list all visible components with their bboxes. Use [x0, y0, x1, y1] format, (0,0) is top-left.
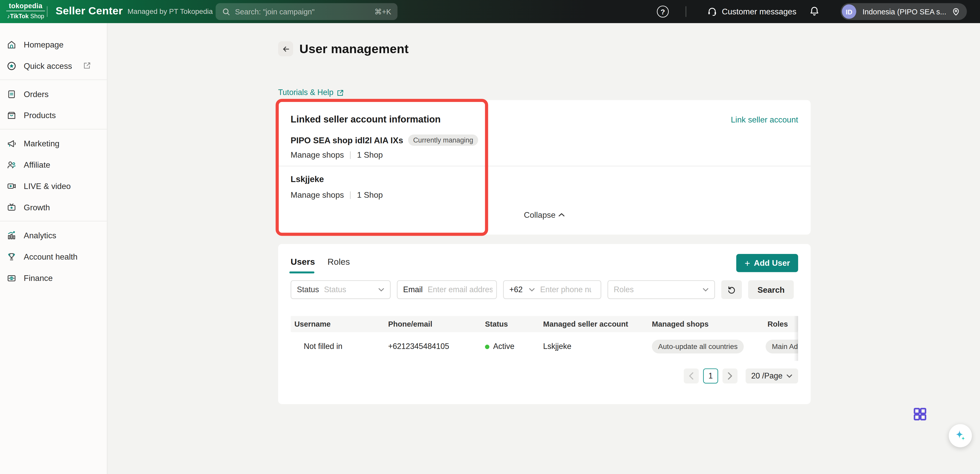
chevron-down-icon: [529, 288, 535, 292]
sidebar-item-analytics[interactable]: Analytics: [0, 225, 107, 246]
sidebar-item-label: Affiliate: [24, 160, 50, 169]
bell-icon: [809, 6, 820, 17]
affiliate-people-icon: [6, 159, 17, 170]
roles-filter-select[interactable]: Roles: [608, 280, 715, 299]
customer-messages-button[interactable]: Customer messages: [707, 0, 796, 23]
seller-center-app: tokopedia ♪TikTok Shop Seller Center Man…: [0, 0, 980, 474]
search-shortcut: ⌘+K: [374, 7, 391, 16]
separator: [350, 151, 351, 158]
sidebar-item-label: Homepage: [24, 40, 64, 49]
cell-phone: +6212345484105: [388, 332, 449, 361]
back-button[interactable]: [278, 41, 293, 56]
sidebar-item-orders[interactable]: Orders: [0, 83, 107, 104]
sidebar-item-label: Finance: [24, 273, 53, 282]
status-filter-placeholder: Status: [324, 285, 346, 294]
main-content: User management Tutorials & Help Owner a…: [108, 23, 980, 474]
search-filters-button[interactable]: Search: [748, 280, 794, 299]
roles-pill: Main Admin: [765, 340, 798, 354]
location-pin-icon: [951, 7, 961, 16]
edit-quick-access-icon[interactable]: [83, 61, 91, 70]
search-input[interactable]: [235, 7, 374, 16]
status-filter-select[interactable]: Status Status: [291, 280, 391, 299]
sidebar-item-live-video[interactable]: LIVE & video: [0, 175, 107, 196]
col-status: Status: [485, 316, 508, 332]
manage-shops-label[interactable]: Manage shops: [291, 190, 344, 200]
collapse-toggle[interactable]: Collapse: [278, 210, 811, 220]
sidebar-item-homepage[interactable]: Homepage: [0, 34, 107, 55]
ai-assistant-fab[interactable]: [949, 424, 972, 447]
sidebar-group-divider: [0, 129, 107, 129]
sidebar-item-finance[interactable]: Finance: [0, 267, 107, 288]
sidebar-item-label: Account health: [24, 252, 78, 262]
notifications-bell-button[interactable]: [809, 6, 820, 19]
page-title: User management: [299, 41, 409, 56]
tutorials-help-link[interactable]: Tutorials & Help: [278, 88, 345, 97]
managed-shops-pill: Auto-update all countries: [652, 340, 744, 354]
account-region-switcher[interactable]: ID Indonesia (PIPO SEA s...: [841, 3, 967, 20]
plus-icon: +: [745, 258, 750, 268]
chevron-right-icon: [727, 372, 732, 380]
sidebar-item-quick-access[interactable]: Quick access: [0, 55, 107, 76]
external-link-icon: [337, 89, 345, 97]
cell-roles: Main Admin: [765, 332, 798, 361]
tv-star-icon: [6, 202, 17, 212]
manage-shops-row: Manage shops 1 Shop: [291, 190, 383, 200]
status-active-dot: [485, 344, 490, 349]
video-camera-icon: [6, 180, 17, 191]
page-size-select[interactable]: 20 /Page: [746, 369, 798, 383]
link-seller-account-link[interactable]: Link seller account: [731, 115, 798, 124]
add-user-button[interactable]: + Add User: [737, 254, 798, 272]
music-note-icon: ♪: [7, 13, 10, 19]
tab-users[interactable]: Users: [291, 257, 315, 267]
sidebar-nav: Homepage Quick access Orders Products Ma…: [0, 23, 108, 474]
widget-grid-button[interactable]: [913, 407, 928, 421]
table-row[interactable]: Not filled in +6212345484105 Active Lskj…: [291, 332, 798, 361]
shops-count: 1 Shop: [357, 150, 383, 160]
chevron-down-icon: [702, 288, 709, 292]
help-button[interactable]: ?: [657, 6, 668, 18]
linked-card-heading: Linked seller account information: [291, 114, 441, 124]
prev-page-button[interactable]: [684, 369, 698, 383]
currently-managing-badge: Currently managing: [408, 134, 478, 146]
question-mark-icon: ?: [660, 8, 665, 15]
next-page-button[interactable]: [722, 369, 737, 383]
manage-shops-row: Manage shops 1 Shop: [291, 150, 383, 160]
filter-bar: Status Status Email +62 Roles: [291, 280, 794, 299]
chevron-up-icon: [558, 212, 565, 217]
manage-shops-label[interactable]: Manage shops: [291, 150, 344, 160]
tab-roles[interactable]: Roles: [328, 257, 350, 267]
col-managed-shops: Managed shops: [652, 316, 709, 332]
sidebar-group-divider: [0, 79, 107, 80]
current-page-button[interactable]: 1: [703, 369, 718, 383]
logo-divider: [6, 11, 45, 11]
account-label: Indonesia (PIPO SEA s...: [862, 7, 947, 16]
app-title: Seller Center: [56, 5, 123, 18]
sidebar-item-growth[interactable]: Growth: [0, 196, 107, 218]
quick-access-icon: [6, 60, 17, 71]
sidebar-item-account-health[interactable]: Account health: [0, 246, 107, 267]
reset-filters-button[interactable]: [721, 280, 742, 299]
tiktok-shop-logo: ♪TikTok Shop: [6, 13, 45, 19]
sidebar-item-products[interactable]: Products: [0, 104, 107, 126]
sidebar-item-label: Growth: [24, 202, 50, 212]
table-scroll-shadow: [794, 316, 798, 361]
arrow-left-icon: [281, 44, 290, 54]
tokopedia-tiktok-logo[interactable]: tokopedia ♪TikTok Shop: [6, 2, 45, 19]
search-icon: [222, 7, 231, 16]
tokopedia-logo: tokopedia: [6, 2, 45, 9]
chevron-left-icon: [689, 372, 694, 380]
sidebar-item-affiliate[interactable]: Affiliate: [0, 154, 107, 175]
chevron-down-icon: [786, 374, 792, 378]
email-filter-input[interactable]: [428, 285, 493, 294]
phone-filter-input[interactable]: [540, 285, 591, 294]
global-search[interactable]: ⌘+K: [215, 3, 398, 20]
phone-code-select[interactable]: +62: [509, 285, 523, 294]
email-filter-field[interactable]: Email: [397, 280, 497, 299]
sidebar-item-label: Products: [24, 110, 56, 120]
sidebar-item-label: LIVE & video: [24, 181, 71, 190]
sparkle-icon: [954, 429, 967, 442]
phone-filter-field[interactable]: +62: [503, 280, 601, 299]
headset-icon: [707, 6, 717, 17]
reset-icon: [727, 285, 736, 295]
sidebar-item-marketing[interactable]: Marketing: [0, 132, 107, 154]
